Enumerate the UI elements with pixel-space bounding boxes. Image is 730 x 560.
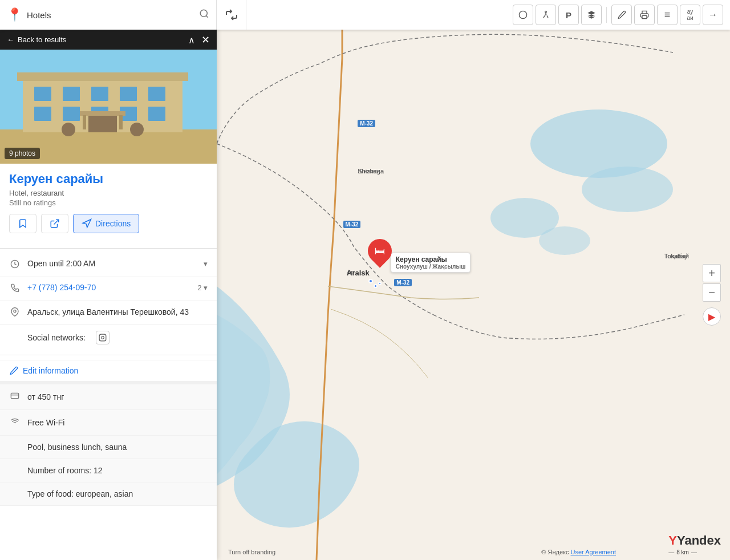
svg-point-2 (519, 11, 526, 18)
wifi-row: Free Wi-Fi (0, 410, 217, 436)
address-content: Аральск, улица Валентины Терешковой, 43 (27, 307, 208, 317)
zoom-in-button[interactable]: + (703, 264, 721, 282)
svg-rect-26 (80, 111, 125, 116)
hotel-map-popup[interactable]: Керуен сарайы Сноухулуш / Жақсылыш (391, 253, 471, 273)
map-dot-3 (378, 282, 382, 285)
instagram-icon[interactable] (96, 331, 110, 344)
edit-info-button[interactable]: Edit information (9, 366, 78, 375)
back-bar: ← Back to results ∧ ✕ (0, 30, 217, 50)
print-button[interactable] (634, 5, 655, 25)
svg-rect-37 (11, 393, 18, 398)
svg-rect-27 (83, 115, 86, 129)
rooms-text: Number of rooms: 12 (27, 466, 103, 475)
compass-button[interactable]: ▶ (703, 307, 721, 326)
svg-rect-17 (91, 87, 108, 101)
hotel-popup-name: Керуен сарайы (396, 255, 466, 263)
parking-button[interactable]: P (558, 5, 579, 25)
back-arrow-icon: ← (7, 35, 14, 44)
svg-rect-25 (88, 115, 117, 132)
directions-button[interactable]: Directions (73, 214, 139, 233)
phone-row: +7 (778) 254-09-70 2 ▾ (0, 277, 217, 301)
clock-icon (9, 259, 21, 271)
food-row: Type of food: european, asian (0, 482, 217, 506)
user-button[interactable]: → (703, 5, 723, 25)
turn-off-branding-button[interactable]: Turn off branding (228, 549, 275, 555)
language-button[interactable]: ауаи (680, 5, 700, 25)
pin-icon: 📍 (7, 7, 22, 22)
svg-rect-14 (17, 72, 188, 81)
svg-point-30 (130, 123, 144, 136)
accessibility-button[interactable] (536, 5, 556, 25)
top-right-tools: P ≡ ауаи → (506, 5, 730, 25)
hours-row: Open until 2:00 AM ▾ (0, 253, 217, 277)
location-icon (9, 307, 21, 319)
amenities-row: Pool, business lunch, sauna (0, 436, 217, 459)
svg-rect-19 (148, 87, 165, 101)
top-bar: 📍 P (0, 0, 730, 30)
hotel-image[interactable]: 9 photos (0, 50, 217, 164)
zoom-out-button[interactable]: − (703, 283, 721, 302)
photo-count[interactable]: 9 photos (5, 148, 40, 159)
search-button[interactable] (199, 9, 209, 22)
search-input[interactable] (27, 10, 194, 20)
pencil-button[interactable] (611, 5, 632, 25)
social-label: Social networks: (27, 333, 86, 342)
amenities-text: Pool, business lunch, sauna (27, 443, 127, 452)
menu-button[interactable]: ≡ (657, 5, 678, 25)
price-icon (9, 391, 21, 403)
route-button[interactable] (217, 0, 246, 30)
svg-marker-32 (83, 220, 91, 228)
edit-info-label: Edit information (23, 366, 78, 375)
svg-point-9 (539, 226, 590, 255)
zoom-controls: + − ▶ (703, 264, 721, 326)
bookmark-button[interactable] (9, 214, 36, 233)
social-row: Social networks: (0, 325, 217, 350)
svg-rect-35 (99, 334, 106, 341)
phone-count[interactable]: 2 ▾ (197, 283, 208, 292)
hours-expand[interactable]: ▾ (204, 259, 208, 268)
svg-rect-16 (63, 87, 80, 101)
user-agreement-link[interactable]: User Agreement (571, 549, 616, 555)
svg-rect-21 (63, 107, 80, 121)
svg-point-7 (582, 167, 673, 212)
action-buttons: Directions (9, 214, 208, 233)
phone-icon (9, 283, 21, 295)
hotel-name[interactable]: Керуен сарайы (9, 172, 208, 186)
back-label: Back to results (18, 35, 66, 44)
price-row: от 450 тнг (0, 384, 217, 410)
close-panel-button[interactable]: ✕ (201, 34, 210, 46)
svg-rect-4 (642, 15, 647, 18)
divider-2 (0, 355, 217, 355)
hotel-info: Керуен сарайы Hotel, restaurant Still no… (0, 164, 217, 244)
svg-point-29 (62, 123, 75, 136)
wifi-icon (9, 417, 21, 428)
phone-content: +7 (778) 254-09-70 2 ▾ (27, 283, 208, 292)
tool-separator (606, 7, 607, 23)
phone-text[interactable]: +7 (778) 254-09-70 (27, 283, 96, 292)
scale-bar: — 8 km — (668, 549, 721, 555)
rooms-row: Number of rooms: 12 (0, 459, 217, 482)
price-text: от 450 тнг (27, 392, 64, 401)
layers-button[interactable] (581, 5, 602, 25)
search-area: 📍 (0, 0, 217, 30)
back-to-results-button[interactable]: ← Back to results (7, 35, 66, 44)
expand-panel-button[interactable]: ∧ (188, 34, 195, 45)
divider-1 (0, 248, 217, 249)
svg-point-3 (545, 11, 547, 13)
svg-rect-20 (34, 107, 51, 121)
svg-rect-15 (34, 87, 51, 101)
hotel-marker-icon: 🛏 (375, 245, 385, 257)
hotel-marker[interactable]: 🛏 (368, 239, 392, 263)
svg-rect-28 (119, 115, 123, 129)
svg-rect-24 (148, 107, 165, 121)
svg-point-34 (14, 310, 16, 313)
svg-rect-18 (120, 87, 137, 101)
svg-line-31 (54, 220, 59, 224)
svg-point-6 (530, 109, 667, 178)
hotel-type: Hotel, restaurant (9, 189, 208, 197)
hours-text: Open until 2:00 AM (27, 259, 95, 268)
share-button[interactable] (41, 214, 68, 233)
traffic-button[interactable] (513, 5, 533, 25)
food-text: Type of food: european, asian (27, 489, 133, 498)
address-text: Аральск, улица Валентины Терешковой, 43 (27, 307, 189, 316)
